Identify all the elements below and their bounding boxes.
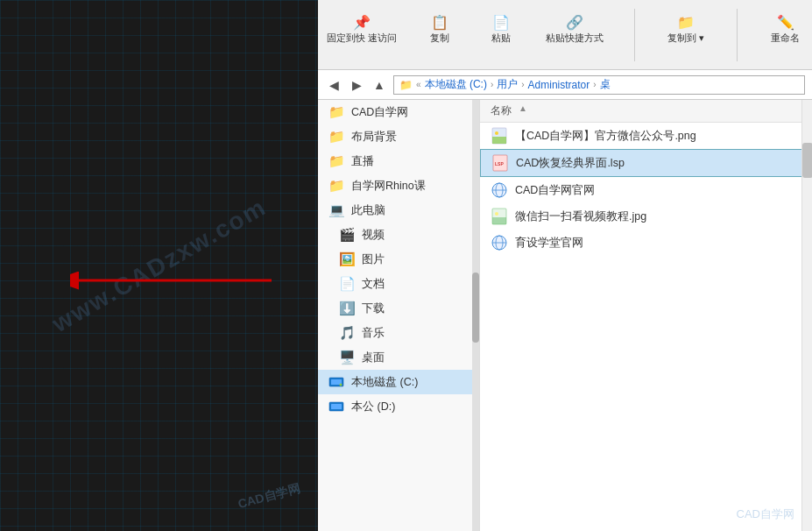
copy-to-button[interactable]: 📁 复制到 ▾ xyxy=(665,7,707,48)
file-item-cad-study-web[interactable]: CAD自学网官网 xyxy=(480,177,812,203)
nav-item-cad-study[interactable]: 📁 CAD自学网 xyxy=(318,100,479,124)
path-local-disk[interactable]: 本地磁盘 (C:) xyxy=(425,77,487,92)
pin-label: 固定到快 速访问 xyxy=(327,32,397,44)
disk-d-icon xyxy=(328,399,344,414)
svg-rect-8 xyxy=(492,137,506,144)
local-disk-c-icon xyxy=(328,374,344,390)
paste-shortcut-button[interactable]: 🔗 粘贴快捷方式 xyxy=(545,7,604,48)
nav-item-label-music: 音乐 xyxy=(362,326,385,341)
png-file-icon xyxy=(491,127,508,145)
nav-pane: 📁 CAD自学网 📁 布局背景 📁 直播 📁 自学网Rhino课 💻 此电脑 🎬 xyxy=(318,100,480,531)
rename-button[interactable]: ✏️ 重命名 xyxy=(767,7,803,48)
folder-icon-cad-study: 📁 xyxy=(328,104,344,120)
nav-item-document[interactable]: 📄 文档 xyxy=(318,272,479,296)
nav-item-label-live: 直播 xyxy=(351,154,374,169)
music-icon: 🎵 xyxy=(339,325,355,341)
nav-item-label-desktop: 桌面 xyxy=(362,350,385,365)
ribbon-divider-2 xyxy=(737,9,738,61)
nav-item-desktop[interactable]: 🖥️ 桌面 xyxy=(318,345,479,370)
paste-shortcut-label: 粘贴快捷方式 xyxy=(546,32,604,44)
file-pane-scrollbar[interactable] xyxy=(801,100,812,531)
file-list-header: 名称 ▲ xyxy=(480,100,812,123)
ribbon: 📌 固定到快 速访问 📋 复制 📄 粘贴 🔗 粘贴快捷方式 📁 复制到 ▾ ✏️ xyxy=(318,0,812,70)
cad-watermark-1: www.CADzxw.com xyxy=(47,193,271,338)
copy-button[interactable]: 📋 复制 xyxy=(422,7,457,48)
video-icon: 🎬 xyxy=(339,227,355,243)
document-icon: 📄 xyxy=(339,276,355,292)
svg-point-4 xyxy=(340,384,342,386)
nav-item-local-disk-c[interactable]: 本地磁盘 (C:) xyxy=(318,370,479,394)
red-arrow xyxy=(70,267,289,294)
nav-item-label-disk-d: 本公 (D:) xyxy=(351,400,395,414)
file-label-wechat-scan-jpg: 微信扫一扫看视频教程.jpg xyxy=(515,209,646,224)
file-item-cad-wechat-png[interactable]: 【CAD自学网】官方微信公众号.png xyxy=(480,123,812,149)
svg-point-9 xyxy=(495,131,498,135)
cad-watermark-2: CAD自学网 xyxy=(237,481,302,513)
nav-item-picture[interactable]: 🖼️ 图片 xyxy=(318,247,479,272)
file-label-cad-wechat-png: 【CAD自学网】官方微信公众号.png xyxy=(515,129,696,144)
pin-button[interactable]: 📌 固定到快 速访问 xyxy=(327,7,396,48)
jpg-file-icon-wechat xyxy=(491,208,508,225)
svg-rect-16 xyxy=(492,217,506,224)
copy-to-icon: 📁 xyxy=(675,11,696,32)
nav-item-video[interactable]: 🎬 视频 xyxy=(318,223,479,247)
file-label-yushe-web: 育设学堂官网 xyxy=(515,236,583,251)
svg-point-17 xyxy=(495,212,498,216)
nav-item-label-local-disk-c: 本地磁盘 (C:) xyxy=(351,375,418,390)
file-item-wechat-scan-jpg[interactable]: 微信扫一扫看视频教程.jpg xyxy=(480,203,812,230)
nav-item-music[interactable]: 🎵 音乐 xyxy=(318,321,479,345)
copy-to-label: 复制到 ▾ xyxy=(667,32,704,44)
nav-item-rhino[interactable]: 📁 自学网Rhino课 xyxy=(318,173,479,198)
nav-item-label-document: 文档 xyxy=(362,277,385,292)
name-column-header: 名称 xyxy=(491,103,512,118)
nav-item-label-picture: 图片 xyxy=(362,252,385,267)
forward-button[interactable]: ▶ xyxy=(348,76,365,94)
address-bar: ◀ ▶ ▲ 📁 « 本地磁盘 (C:) › 用户 › Administrator… xyxy=(318,70,812,100)
ribbon-divider-1 xyxy=(634,9,635,61)
back-button[interactable]: ◀ xyxy=(325,76,342,94)
paste-button[interactable]: 📄 粘贴 xyxy=(484,7,519,48)
path-admin[interactable]: Administrator xyxy=(528,79,590,91)
paste-icon: 📄 xyxy=(491,11,512,32)
sort-indicator: ▲ xyxy=(519,103,527,118)
nav-pane-scrollbar-thumb[interactable] xyxy=(472,273,479,343)
address-path[interactable]: 📁 « 本地磁盘 (C:) › 用户 › Administrator › 桌 xyxy=(393,75,805,95)
nav-item-live[interactable]: 📁 直播 xyxy=(318,149,479,173)
bottom-watermark: CAD自学网 xyxy=(737,506,794,522)
nav-item-label-layout-bg: 布局背景 xyxy=(351,130,397,145)
nav-item-layout-bg[interactable]: 📁 布局背景 xyxy=(318,124,479,149)
file-explorer: 📌 固定到快 速访问 📋 复制 📄 粘贴 🔗 粘贴快捷方式 📁 复制到 ▾ ✏️ xyxy=(318,0,812,531)
svg-rect-6 xyxy=(331,404,342,409)
web-icon-cad-study xyxy=(491,181,508,199)
cad-background: www.CADzxw.com CAD自学网 xyxy=(0,0,318,531)
pin-icon: 📌 xyxy=(351,11,372,32)
this-pc-icon: 💻 xyxy=(328,202,344,218)
nav-item-disk-d[interactable]: 本公 (D:) xyxy=(318,394,479,419)
nav-item-this-pc[interactable]: 💻 此电脑 xyxy=(318,198,479,223)
nav-item-label-rhino: 自学网Rhino课 xyxy=(351,179,426,194)
copy-label: 复制 xyxy=(430,32,449,44)
nav-pane-scrollbar[interactable] xyxy=(472,100,479,531)
web-icon-yushe xyxy=(491,234,508,251)
copy-icon: 📋 xyxy=(429,11,450,32)
file-item-yushe-web[interactable]: 育设学堂官网 xyxy=(480,230,812,256)
path-desktop[interactable]: 桌 xyxy=(600,77,611,92)
rename-icon: ✏️ xyxy=(775,11,796,32)
nav-item-download[interactable]: ⬇️ 下载 xyxy=(318,296,479,321)
file-pane: 名称 ▲ 【CAD自学网】官方微信公众号.png xyxy=(480,100,812,531)
file-item-cad-restore-lsp[interactable]: LSP CAD恢复经典界面.lsp xyxy=(480,149,812,177)
nav-item-label-video: 视频 xyxy=(362,228,385,243)
path-users[interactable]: 用户 xyxy=(497,77,518,92)
nav-item-label-cad-study: CAD自学网 xyxy=(351,105,408,120)
paste-shortcut-icon: 🔗 xyxy=(564,11,585,32)
file-label-cad-study-web: CAD自学网官网 xyxy=(515,183,595,198)
folder-icon-layout-bg: 📁 xyxy=(328,129,344,145)
main-content: 📁 CAD自学网 📁 布局背景 📁 直播 📁 自学网Rhino课 💻 此电脑 🎬 xyxy=(318,100,812,531)
file-pane-scrollbar-thumb[interactable] xyxy=(802,143,812,178)
desktop-icon: 🖥️ xyxy=(339,350,355,365)
rename-label: 重命名 xyxy=(771,32,800,44)
path-icon: 📁 xyxy=(399,79,413,91)
up-button[interactable]: ▲ xyxy=(371,76,388,94)
svg-text:LSP: LSP xyxy=(495,161,504,166)
download-icon: ⬇️ xyxy=(339,301,355,316)
